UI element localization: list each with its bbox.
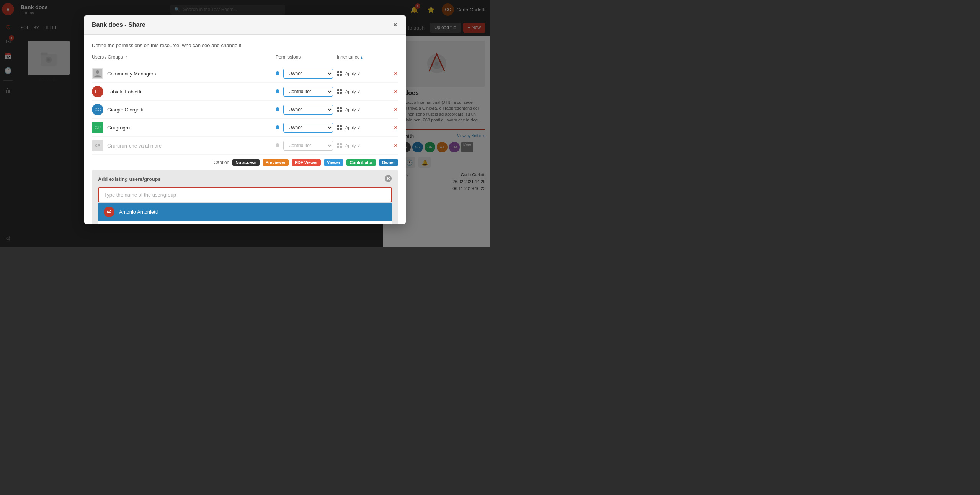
apply-btn-1[interactable]: Apply ∨ <box>345 71 360 76</box>
user-avatar-5: GR <box>92 140 103 151</box>
svg-rect-38 <box>340 143 342 145</box>
inherit-col-1: Apply ∨ ✕ <box>337 70 398 77</box>
close-circle-icon <box>384 175 392 182</box>
add-users-title: Add existing users/groups <box>98 176 161 182</box>
svg-rect-31 <box>337 110 339 112</box>
caption-label: Caption <box>214 160 229 165</box>
perm-dot-3 <box>276 107 279 111</box>
inherit-col-3: Apply ∨ ✕ <box>337 107 398 113</box>
sort-icon: ↑ <box>126 54 128 60</box>
user-col-1: Community Managers <box>92 68 276 79</box>
svg-rect-33 <box>337 125 339 127</box>
apply-btn-3[interactable]: Apply ∨ <box>345 107 360 112</box>
user-avatar-2: FF <box>92 86 103 97</box>
col-permissions-header: Permissions <box>276 54 337 60</box>
svg-rect-28 <box>340 92 342 94</box>
svg-rect-29 <box>337 107 339 109</box>
delete-btn-4[interactable]: ✕ <box>394 125 398 131</box>
perm-col-2: Contributor Owner Viewer <box>276 87 337 97</box>
share-row-3: GG Giorgio Giorgetti Owner Contributor V… <box>92 101 398 119</box>
perm-col-1: Owner Contributor Viewer <box>276 69 337 79</box>
perm-dot-2 <box>276 89 279 93</box>
drop-name-antonio: Antonio Antonietti <box>119 209 158 215</box>
share-row-4: GR Grugrugru Owner Contributor Viewer <box>92 119 398 137</box>
modal-overlay: Bank docs - Share ✕ Define the permissio… <box>0 0 490 248</box>
modal-close-button[interactable]: ✕ <box>392 21 398 29</box>
perm-dot-4 <box>276 125 279 129</box>
svg-rect-40 <box>340 146 342 148</box>
svg-rect-24 <box>340 74 342 76</box>
user-name-1: Community Managers <box>107 71 156 77</box>
caption-pdfviewer: PDF Viewer <box>292 159 321 166</box>
svg-rect-30 <box>340 107 342 109</box>
perm-col-3: Owner Contributor Viewer <box>276 105 337 115</box>
inherit-icon-1 <box>337 71 342 76</box>
svg-rect-21 <box>337 71 339 73</box>
col-users-label: Users / Groups <box>92 54 123 60</box>
perm-dot-1 <box>276 71 279 75</box>
share-row-2: FF Fabiola Fabietti Contributor Owner Vi… <box>92 83 398 101</box>
caption-row: Caption No access Previewer PDF Viewer V… <box>92 159 398 166</box>
perm-select-2[interactable]: Contributor Owner Viewer <box>283 87 333 97</box>
apply-btn-5[interactable]: Apply ∨ <box>345 143 360 148</box>
svg-rect-37 <box>337 143 339 145</box>
svg-rect-32 <box>340 110 342 112</box>
user-avatar-3: GG <box>92 104 103 115</box>
perm-select-5[interactable]: Contributor Owner Viewer <box>283 141 333 151</box>
share-description: Define the permissions on this resource,… <box>92 43 398 48</box>
inherit-col-4: Apply ∨ ✕ <box>337 125 398 131</box>
modal-header: Bank docs - Share ✕ <box>84 15 406 35</box>
inherit-col-5: Apply ∨ ✕ <box>337 143 398 149</box>
perm-dot-5 <box>276 143 279 147</box>
perm-select-3[interactable]: Owner Contributor Viewer <box>283 105 333 115</box>
share-row-1: Community Managers Owner Contributor Vie… <box>92 65 398 83</box>
add-users-header: Add existing users/groups <box>98 175 392 184</box>
add-users-close-button[interactable] <box>384 175 392 184</box>
svg-rect-23 <box>337 74 339 76</box>
delete-btn-3[interactable]: ✕ <box>394 107 398 113</box>
dropdown-item-ascx[interactable]: asCXZVFGH <box>98 221 392 224</box>
user-avatar-4: GR <box>92 122 103 133</box>
svg-rect-35 <box>337 128 339 130</box>
info-icon: ℹ <box>361 55 363 59</box>
delete-btn-2[interactable]: ✕ <box>394 89 398 95</box>
modal-body: Define the permissions on this resource,… <box>84 35 406 224</box>
user-name-4: Grugrugru <box>107 125 130 131</box>
inherit-icon-2 <box>337 89 342 94</box>
perm-select-1[interactable]: Owner Contributor Viewer <box>283 69 333 79</box>
add-users-section: Add existing users/groups <box>92 170 398 224</box>
user-avatar-1 <box>92 68 103 79</box>
apply-btn-4[interactable]: Apply ∨ <box>345 125 360 130</box>
caption-noaccess: No access <box>232 159 259 166</box>
caption-contributor: Contributor <box>346 159 376 166</box>
perm-col-5: Contributor Owner Viewer <box>276 141 337 151</box>
drop-avatar-antonio: AA <box>104 207 114 217</box>
user-col-4: GR Grugrugru <box>92 122 276 133</box>
user-name-2: Fabiola Fabietti <box>107 89 141 95</box>
svg-rect-36 <box>340 128 342 130</box>
user-col-3: GG Giorgio Giorgetti <box>92 104 276 115</box>
apply-btn-2[interactable]: Apply ∨ <box>345 89 360 94</box>
perm-select-4[interactable]: Owner Contributor Viewer <box>283 123 333 133</box>
delete-btn-1[interactable]: ✕ <box>394 70 398 77</box>
svg-rect-34 <box>340 125 342 127</box>
svg-rect-22 <box>340 71 342 73</box>
user-search-input[interactable] <box>98 187 392 202</box>
user-col-2: FF Fabiola Fabietti <box>92 86 276 97</box>
modal-title: Bank docs - Share <box>92 21 145 28</box>
inherit-icon-5 <box>337 143 342 148</box>
delete-btn-5[interactable]: ✕ <box>394 143 398 149</box>
col-inheritance-header: Inheritance ℹ <box>337 54 398 60</box>
inherit-col-2: Apply ∨ ✕ <box>337 89 398 95</box>
col-inherit-label: Inheritance <box>337 54 359 60</box>
svg-point-20 <box>96 70 99 74</box>
inherit-icon-4 <box>337 125 342 130</box>
dropdown-item-antonio[interactable]: AA Antonio Antonietti <box>98 203 392 221</box>
user-col-5: GR Grurururr che va al mare <box>92 140 276 151</box>
share-modal: Bank docs - Share ✕ Define the permissio… <box>84 15 406 224</box>
search-input-container: AA Antonio Antonietti asCXZVFGH <box>98 187 392 224</box>
share-table-header: Users / Groups ↑ Permissions Inheritance… <box>92 54 398 63</box>
caption-previewer: Previewer <box>263 159 289 166</box>
svg-rect-39 <box>337 146 339 148</box>
svg-rect-27 <box>337 92 339 94</box>
